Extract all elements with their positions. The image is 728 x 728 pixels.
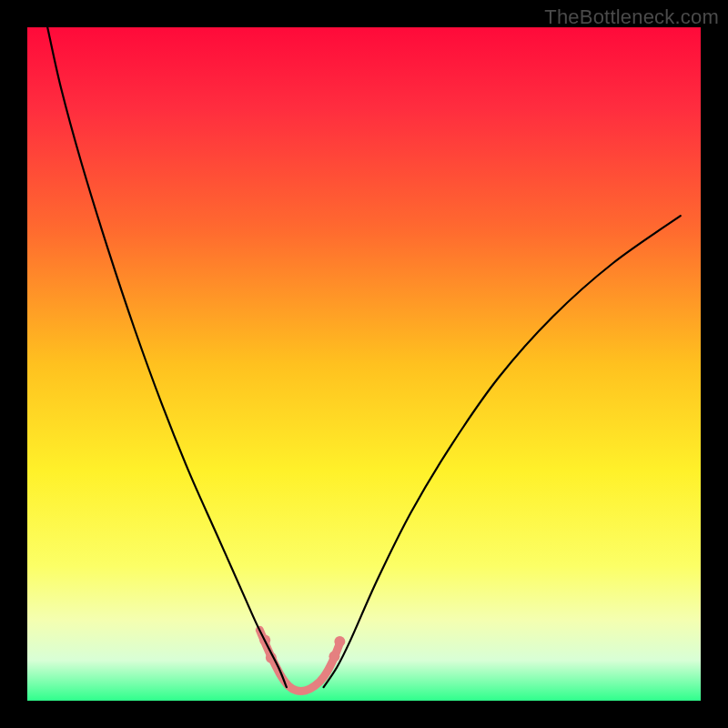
marker-dot [329,651,339,662]
bottleneck-chart [0,0,728,728]
marker-dot [334,636,345,647]
plot-background [27,27,701,701]
chart-stage: TheBottleneck.com [0,0,728,728]
watermark-text: TheBottleneck.com [544,5,719,29]
